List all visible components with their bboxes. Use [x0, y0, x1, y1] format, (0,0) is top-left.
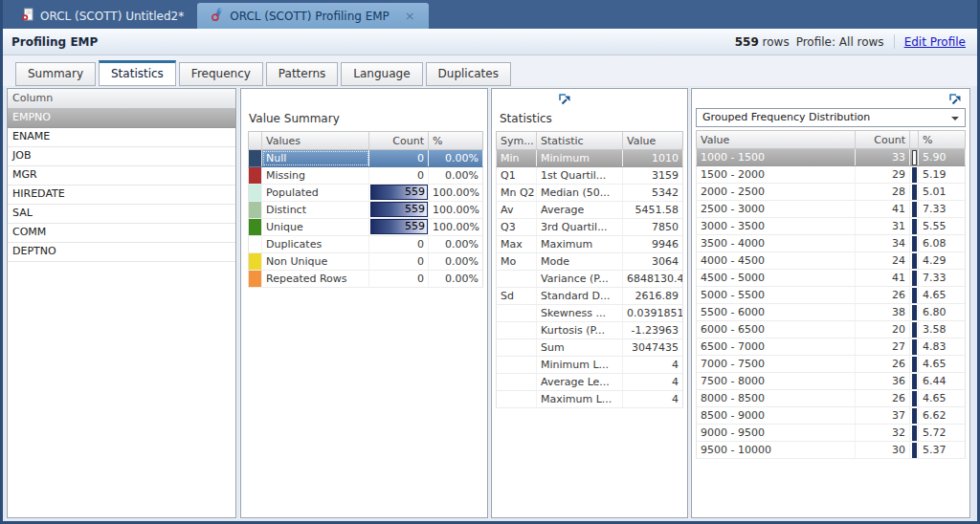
open-in-new-window-icon[interactable]	[557, 92, 572, 107]
frequency-row[interactable]: 8500 - 9000376.62	[696, 407, 966, 425]
frequency-row[interactable]: 7000 - 7500264.65	[696, 356, 966, 373]
value-summary-row[interactable]: Null00.00%	[248, 150, 483, 167]
frequency-row[interactable]: 7500 - 8000366.44	[696, 373, 966, 390]
frequency-row[interactable]: 4500 - 5000417.33	[696, 270, 966, 287]
column-list-item[interactable]: JOB	[8, 147, 235, 166]
stat-header-value[interactable]: Value	[623, 132, 682, 149]
statistic-row[interactable]: Variance (P...6848130.47	[496, 271, 683, 288]
value-summary-row[interactable]: Missing00.00%	[248, 167, 483, 185]
frequency-row[interactable]: 3500 - 4000346.08	[696, 235, 966, 252]
freq-header-value[interactable]: Value	[697, 131, 856, 148]
frequency-row[interactable]: 5000 - 5500264.65	[696, 287, 966, 304]
open-in-new-window-icon[interactable]	[947, 92, 963, 107]
value-label: Duplicates	[262, 236, 369, 252]
column-list-header[interactable]: Column	[8, 89, 235, 109]
stat-header-symbol[interactable]: Sym...	[497, 132, 537, 149]
freq-header-count[interactable]: Count	[856, 131, 910, 148]
percent-bar-cell	[910, 425, 919, 441]
frequency-row[interactable]: 8000 - 8500264.65	[696, 390, 966, 407]
percent-cell: 0.00%	[429, 150, 482, 166]
statistic-row[interactable]: Sum3047435	[496, 339, 683, 357]
frequency-row[interactable]: 4000 - 4500244.29	[696, 252, 966, 270]
statistic-symbol: Mn Q2	[497, 185, 537, 201]
statistic-name: Mode	[537, 253, 623, 270]
column-list-item[interactable]: EMPNO	[8, 109, 235, 128]
value-summary-row[interactable]: Populated559100.00%	[248, 185, 483, 202]
frequency-type-dropdown[interactable]: Grouped Frequency Distribution	[696, 108, 966, 127]
category-color-swatch-cell	[249, 202, 262, 218]
frequency-row[interactable]: 3000 - 3500315.55	[696, 218, 966, 235]
frequency-row[interactable]: 1500 - 2000295.19	[696, 166, 966, 184]
frequency-row[interactable]: 6500 - 7000274.83	[696, 338, 966, 356]
statistic-row[interactable]: Skewness ...0.0391851	[496, 305, 683, 322]
vs-header-count[interactable]: Count	[369, 132, 429, 149]
value-summary-row[interactable]: Non Unique00.00%	[248, 253, 483, 271]
profiling-icon	[211, 8, 224, 24]
statistic-row[interactable]: SdStandard D...2616.89	[496, 288, 683, 305]
frequency-range: 7000 - 7500	[697, 356, 856, 372]
percent-bar	[912, 253, 917, 269]
frequency-range: 1500 - 2000	[697, 166, 856, 183]
statistic-value: 5451.58	[623, 202, 682, 218]
statistic-name: Minimum L...	[537, 357, 623, 373]
frequency-row[interactable]: 9000 - 9500325.72	[696, 425, 966, 442]
frequency-row[interactable]: 9500 - 10000305.37	[696, 442, 966, 459]
frequency-row[interactable]: 1000 - 1500335.90	[696, 149, 966, 166]
statistic-row[interactable]: Q33rd Quartil...7850	[496, 219, 683, 236]
stat-header-name[interactable]: Statistic	[537, 132, 623, 149]
tab-statistics[interactable]: Statistics	[99, 60, 176, 86]
frequency-row[interactable]: 2500 - 3000417.33	[696, 201, 966, 218]
frequency-count: 37	[856, 407, 910, 424]
percent-bar	[912, 305, 917, 320]
doc-tabbar: ORCL (SCOTT) Untitled2* ORCL (SCOTT) Pro…	[0, 0, 980, 29]
tab-summary[interactable]: Summary	[15, 62, 96, 86]
frequency-row[interactable]: 6000 - 6500203.58	[696, 321, 966, 338]
tab-frequency[interactable]: Frequency	[179, 62, 263, 86]
statistic-name: Average Le...	[537, 374, 623, 390]
percent-cell: 0.00%	[429, 167, 482, 184]
statistic-symbol: Sd	[497, 288, 537, 304]
edit-profile-link[interactable]: Edit Profile	[904, 35, 966, 49]
frequency-range: 8500 - 9000	[697, 407, 856, 424]
value-summary-row[interactable]: Distinct559100.00%	[248, 202, 483, 219]
statistic-row[interactable]: MoMode3064	[496, 253, 683, 271]
value-summary-row[interactable]: Unique559100.00%	[248, 219, 483, 236]
value-summary-row[interactable]: Duplicates00.00%	[248, 236, 483, 253]
frequency-row[interactable]: 5500 - 6000386.80	[696, 304, 966, 321]
column-list-item[interactable]: DEPTNO	[8, 243, 235, 262]
vs-header-percent[interactable]: %	[429, 132, 482, 149]
tab-duplicates[interactable]: Duplicates	[426, 62, 511, 86]
doc-tab-label: ORCL (SCOTT) Profiling EMP	[230, 10, 390, 23]
column-list-item[interactable]: ENAME	[8, 128, 235, 147]
statistic-row[interactable]: AvAverage5451.58	[496, 202, 683, 219]
statistic-row[interactable]: Maximum L...4	[496, 391, 683, 408]
statistic-row[interactable]: Average Le...4	[496, 374, 683, 391]
statistic-row[interactable]: MinMinimum1010	[496, 150, 683, 167]
value-summary-row[interactable]: Repeated Rows00.00%	[248, 271, 483, 288]
vs-header-values[interactable]: Values	[262, 132, 369, 149]
tab-language[interactable]: Language	[341, 62, 422, 86]
window-border-left	[0, 0, 3, 524]
column-list-item[interactable]: MGR	[8, 166, 235, 186]
tab-patterns[interactable]: Patterns	[266, 62, 338, 86]
frequency-count: 41	[856, 270, 910, 286]
frequency-count: 31	[856, 218, 910, 234]
freq-header-percent[interactable]: %	[919, 131, 936, 148]
frequency-percent: 5.37	[919, 442, 950, 458]
statistic-row[interactable]: Q11st Quartil...3159	[496, 167, 683, 185]
statistic-row[interactable]: MaxMaximum9946	[496, 236, 683, 253]
doc-tab-profiling[interactable]: ORCL (SCOTT) Profiling EMP ×	[197, 3, 429, 29]
statistic-row[interactable]: Kurtosis (P...-1.23963	[496, 322, 683, 339]
tab-close-icon[interactable]: ×	[405, 10, 415, 22]
column-list-item[interactable]: SAL	[8, 205, 235, 224]
percent-bar-cell	[910, 442, 919, 458]
frequency-row[interactable]: 2000 - 2500285.01	[696, 184, 966, 201]
statistic-row[interactable]: Mn Q2Median (50...5342	[496, 185, 683, 202]
column-list-item[interactable]: HIREDATE	[8, 186, 235, 205]
frequency-range: 3000 - 3500	[697, 218, 856, 234]
column-list-item[interactable]: COMM	[8, 224, 235, 243]
statistic-row[interactable]: Minimum L...4	[496, 357, 683, 374]
count-cell: 559	[369, 185, 429, 201]
doc-tab-untitled[interactable]: ORCL (SCOTT) Untitled2*	[8, 3, 197, 29]
frequency-percent: 4.29	[919, 252, 950, 269]
